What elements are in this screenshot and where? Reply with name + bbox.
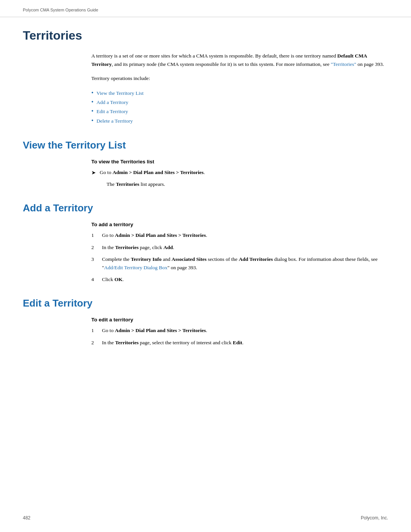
step-num: 4 xyxy=(91,275,97,284)
company-name: Polycom, Inc. xyxy=(361,515,388,521)
edit-step-2: 2 In the Territories page, select the te… xyxy=(91,339,388,347)
add-steps-list: 1 Go to Admin > Dial Plan and Sites > Te… xyxy=(91,231,388,284)
operations-list: • View the Territory List • Add a Territ… xyxy=(91,89,388,126)
procedure-heading-add: To add a territory xyxy=(91,222,388,227)
page-container: Polycom CMA System Operations Guide Terr… xyxy=(0,0,411,532)
step-content: In the Territories page, select the terr… xyxy=(102,339,388,347)
link-add-territory[interactable]: Add a Territory xyxy=(97,98,129,107)
add-step-1: 1 Go to Admin > Dial Plan and Sites > Te… xyxy=(91,231,388,240)
add-step-4: 4 Click OK. xyxy=(91,275,388,284)
view-result-text: The Territories list appears. xyxy=(107,180,388,189)
link-edit-territory[interactable]: Edit a Territory xyxy=(97,107,128,116)
chapter-title: Territories xyxy=(23,29,388,43)
intro-paragraph: A territory is a set of one or more site… xyxy=(91,52,388,68)
section-heading-view: View the Territory List xyxy=(23,139,388,151)
procedure-heading-view: To view the Territories list xyxy=(91,159,388,165)
add-step-2: 2 In the Territories page, click Add. xyxy=(91,243,388,252)
result-text: The Territories list appears. xyxy=(107,181,165,187)
bullet-dot: • xyxy=(91,99,94,105)
step-content: Click OK. xyxy=(102,275,388,284)
page-number: 482 xyxy=(23,515,30,521)
bullet-dot: • xyxy=(91,90,94,96)
step-bold: Territories xyxy=(115,340,139,345)
bullet-dot: • xyxy=(91,108,94,114)
page-header: Polycom CMA System Operations Guide xyxy=(0,0,411,17)
intro-text-1: A territory is a set of one or more site… xyxy=(91,53,337,59)
edit-step-1: 1 Go to Admin > Dial Plan and Sites > Te… xyxy=(91,326,388,335)
intro-text-3: on page 393. xyxy=(356,61,384,67)
step-content: Complete the Territory Info and Associat… xyxy=(102,255,388,272)
arrow-step-text: Go to Admin > Dial Plan and Sites > Terr… xyxy=(100,168,205,177)
list-item: • Delete a Territory xyxy=(91,117,388,126)
step-bold: Associated Sites xyxy=(172,256,207,262)
add-edit-dialog-link[interactable]: Add/Edit Territory Dialog Box xyxy=(104,265,167,270)
step-num: 1 xyxy=(91,326,97,335)
result-bold: Territories xyxy=(116,181,139,187)
operations-label: Territory operations include: xyxy=(91,74,388,83)
step-content: Go to Admin > Dial Plan and Sites > Terr… xyxy=(102,231,388,240)
list-item: • Edit a Territory xyxy=(91,107,388,116)
territories-link[interactable]: "Territories" xyxy=(331,61,356,67)
page-footer: 482 Polycom, Inc. xyxy=(23,515,388,521)
step-bold: Territories xyxy=(115,244,139,250)
step-bold: Admin > Dial Plan and Sites > Territorie… xyxy=(115,328,206,333)
step-content: Go to Admin > Dial Plan and Sites > Terr… xyxy=(102,326,388,335)
section-heading-edit: Edit a Territory xyxy=(23,297,388,309)
breadcrumb: Polycom CMA System Operations Guide xyxy=(23,8,98,12)
step-num: 2 xyxy=(91,339,97,347)
list-item: • View the Territory List xyxy=(91,89,388,98)
link-view-territory[interactable]: View the Territory List xyxy=(97,89,144,98)
intro-text-2: , and its primary node (the CMA system r… xyxy=(112,61,331,67)
step-bold: Territory Info xyxy=(131,256,162,262)
section-heading-add: Add a Territory xyxy=(23,202,388,214)
step-num: 3 xyxy=(91,255,97,264)
arrow-step-view: ➤ Go to Admin > Dial Plan and Sites > Te… xyxy=(91,168,388,177)
step-bold: Admin > Dial Plan and Sites > Territorie… xyxy=(115,232,206,238)
add-step-3: 3 Complete the Territory Info and Associ… xyxy=(91,255,388,272)
step-num: 1 xyxy=(91,231,97,240)
bullet-dot: • xyxy=(91,118,94,124)
step-bold: Add Territories xyxy=(239,256,273,262)
link-delete-territory[interactable]: Delete a Territory xyxy=(97,117,133,126)
main-content: Territories A territory is a set of one … xyxy=(0,17,411,373)
procedure-heading-edit: To edit a territory xyxy=(91,317,388,323)
arrow-bold: Admin > Dial Plan and Sites > Territorie… xyxy=(113,169,204,175)
step-num: 2 xyxy=(91,243,97,252)
step-content: In the Territories page, click Add. xyxy=(102,243,388,252)
step-bold: OK xyxy=(115,276,123,282)
edit-steps-list: 1 Go to Admin > Dial Plan and Sites > Te… xyxy=(91,326,388,347)
step-bold: Edit xyxy=(233,340,242,345)
list-item: • Add a Territory xyxy=(91,98,388,107)
arrow-icon: ➤ xyxy=(91,169,96,177)
step-bold: Add xyxy=(163,244,173,250)
